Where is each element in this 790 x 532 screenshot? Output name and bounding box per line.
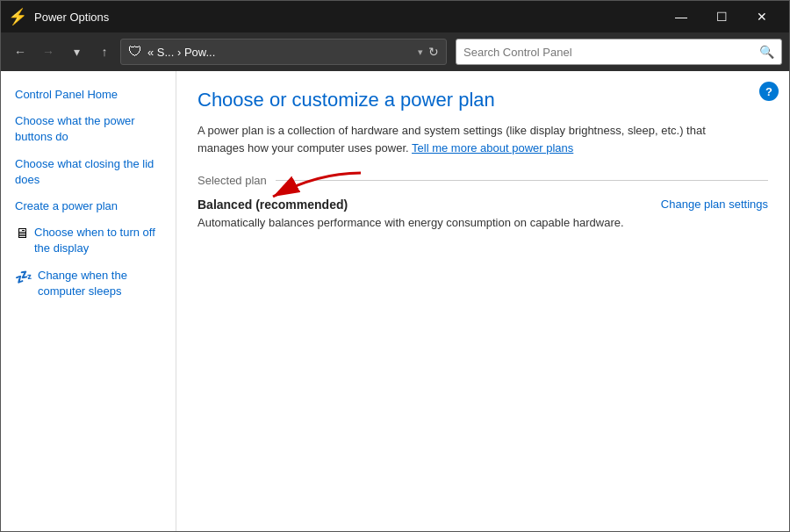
back-button[interactable]: ← [8, 40, 32, 64]
forward-button[interactable]: → [36, 40, 61, 64]
sidebar-item-closing-lid[interactable]: Choose what closing the lid does [1, 151, 176, 193]
section-header: Selected plan [198, 174, 768, 187]
window: ⚡ Power Options — ☐ ✕ ← → ▾ ↑ 🛡 « S... ›… [0, 0, 790, 532]
minimize-button[interactable]: — [661, 1, 701, 32]
address-dropdown-icon[interactable]: ▾ [418, 47, 423, 58]
sidebar-item-computer-sleeps-link[interactable]: Change when the computer sleeps [38, 268, 162, 299]
window-controls: — ☐ ✕ [661, 1, 782, 32]
up-button[interactable]: ↑ [92, 40, 117, 64]
address-shield-icon: 🛡 [128, 44, 142, 60]
sidebar-item-control-panel-home[interactable]: Control Panel Home [1, 82, 176, 108]
sidebar-item-create-plan[interactable]: Create a power plan [1, 193, 176, 219]
sidebar-item-turn-off-display-link[interactable]: Choose when to turn off the display [34, 225, 162, 256]
address-text: « S... › Pow... [147, 46, 413, 59]
plan-card: Balanced (recommended) Automatically bal… [198, 198, 768, 231]
help-button[interactable]: ? [759, 82, 779, 101]
sleep-icon: 💤 [15, 269, 32, 285]
search-bar[interactable]: 🔍 [456, 39, 782, 65]
app-icon: ⚡ [8, 7, 27, 26]
search-input[interactable] [463, 46, 759, 59]
selected-plan-section: Selected plan Balanced (recommended) Aut… [198, 174, 768, 231]
section-label: Selected plan [198, 174, 267, 187]
plan-info: Balanced (recommended) Automatically bal… [198, 198, 647, 231]
display-icon: 🖥 [15, 226, 29, 241]
section-divider [276, 180, 768, 181]
page-title: Choose or customize a power plan [198, 89, 768, 111]
search-icon: 🔍 [759, 45, 774, 59]
main-content: ? Choose or customize a power plan A pow… [176, 71, 789, 531]
maximize-button[interactable]: ☐ [701, 1, 742, 32]
recent-dropdown-button[interactable]: ▾ [64, 40, 89, 64]
change-plan-link[interactable]: Change plan settings [661, 198, 768, 211]
window-title: Power Options [34, 11, 661, 24]
page-description: A power plan is a collection of hardware… [198, 122, 707, 156]
address-bar[interactable]: 🛡 « S... › Pow... ▾ ↻ [120, 39, 447, 65]
sidebar-item-power-buttons[interactable]: Choose what the power buttons do [1, 108, 176, 150]
plan-name: Balanced (recommended) [198, 198, 647, 212]
close-button[interactable]: ✕ [742, 1, 782, 32]
titlebar: ⚡ Power Options — ☐ ✕ [1, 1, 789, 32]
sidebar-item-turn-off-display[interactable]: 🖥 Choose when to turn off the display [1, 219, 176, 262]
plan-description: Automatically balances performance with … [198, 215, 647, 231]
navbar: ← → ▾ ↑ 🛡 « S... › Pow... ▾ ↻ 🔍 [1, 32, 789, 71]
refresh-button[interactable]: ↻ [428, 45, 439, 59]
sidebar-item-computer-sleeps[interactable]: 💤 Change when the computer sleeps [1, 262, 176, 305]
learn-more-link[interactable]: Tell me more about power plans [412, 141, 573, 155]
content-area: Control Panel Home Choose what the power… [1, 71, 789, 531]
sidebar: Control Panel Home Choose what the power… [1, 71, 176, 531]
